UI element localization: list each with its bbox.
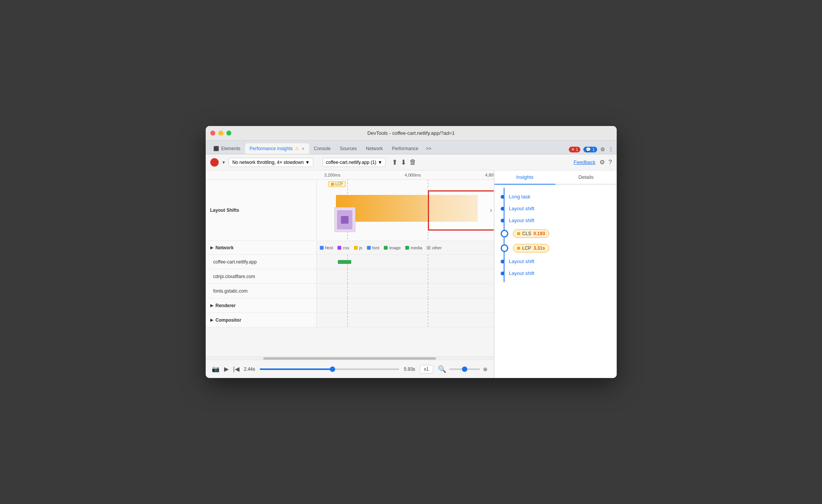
- more-options-icon[interactable]: ⋮: [608, 146, 614, 152]
- error-badge: ✕ 1: [569, 147, 580, 152]
- net-dline-2: [428, 255, 428, 269]
- insight-item-long-task: Long task: [495, 191, 617, 203]
- tab-elements-label: Elements: [221, 146, 241, 151]
- timeline-content[interactable]: Layout Shifts LCP: [206, 180, 494, 357]
- comp-dline-2: [428, 313, 428, 327]
- url-chevron-icon: ▼: [378, 160, 382, 165]
- play-button[interactable]: ▶: [224, 365, 229, 373]
- lcp-badge-insight: LCP 3.31s: [513, 244, 549, 252]
- expand-right-icon[interactable]: ›: [490, 207, 492, 214]
- zoom-slider[interactable]: [449, 368, 480, 370]
- toolbar: ▼ No network throttling, 4× slowdown ▼ c…: [206, 154, 617, 170]
- download-icon[interactable]: ⬇: [401, 158, 406, 167]
- insights-tabs: Insights Details: [495, 170, 617, 185]
- chevron-down-icon[interactable]: ▼: [222, 160, 226, 165]
- tab-network-label: Network: [366, 146, 383, 151]
- start-time: 2.44s: [244, 367, 255, 372]
- insight-item-layout-shift-3: Layout shift: [495, 255, 617, 267]
- network-item-row-2: cdnjs.cloudflare.com: [206, 269, 494, 284]
- url-select[interactable]: coffee-cart.netlify.app (1) ▼: [323, 158, 386, 167]
- media-color-dot: [405, 246, 409, 250]
- time-tick-3200: 3,200ms: [324, 173, 341, 177]
- rend-dline-1: [347, 298, 348, 313]
- insight-item-cls: CLS 0.193: [495, 226, 617, 241]
- record-button[interactable]: [210, 158, 219, 167]
- zoom-thumb[interactable]: [462, 367, 467, 372]
- zoom-in-icon[interactable]: ⊕: [483, 366, 488, 372]
- dot-lcp: [501, 244, 508, 252]
- dot-layout-shift-2: [501, 219, 504, 223]
- dot-layout-shift-4: [501, 272, 504, 275]
- link-layout-shift-4[interactable]: Layout shift: [509, 270, 535, 276]
- scrollbar-thumb-horizontal[interactable]: [263, 357, 436, 360]
- tab-console[interactable]: Console: [309, 143, 335, 154]
- network-expand-icon[interactable]: ▶: [210, 245, 213, 250]
- throttling-label: No network throttling, 4× slowdown: [232, 160, 303, 165]
- cls-label: CLS: [522, 231, 531, 236]
- tab-performance-insights[interactable]: Performance insights ⚠ ✕: [245, 143, 309, 154]
- renderer-label: ▶ Renderer: [206, 298, 317, 313]
- tab-sources[interactable]: Sources: [335, 143, 361, 154]
- layout-shifts-text: Layout Shifts: [210, 208, 239, 213]
- compositor-row: ▶ Compositor: [206, 313, 494, 327]
- settings-gear-icon[interactable]: ⚙: [599, 159, 605, 166]
- legend-media: media: [405, 245, 422, 250]
- close-tab-icon[interactable]: ✕: [301, 147, 305, 151]
- lcp-value: 3.31s: [534, 245, 545, 251]
- insights-content[interactable]: Long task Layout shift Layout shift: [495, 185, 617, 378]
- timeline-slider[interactable]: [260, 368, 399, 370]
- trash-icon[interactable]: 🗑: [409, 158, 416, 166]
- dot-long-task: [501, 195, 504, 199]
- insight-item-lcp: LCP 3.31s: [495, 241, 617, 255]
- minimize-button[interactable]: [218, 131, 223, 136]
- slider-thumb[interactable]: [330, 367, 335, 372]
- net-dline-3: [347, 269, 348, 283]
- link-layout-shift-1[interactable]: Layout shift: [509, 206, 535, 211]
- green-net-bar: [338, 260, 351, 264]
- renderer-expand-icon[interactable]: ▶: [210, 303, 213, 308]
- net-dline-6: [428, 284, 428, 298]
- speed-badge[interactable]: x1: [420, 365, 433, 373]
- zoom-out-icon[interactable]: 🔍: [438, 365, 446, 373]
- help-icon[interactable]: ?: [609, 159, 612, 166]
- to-start-button[interactable]: |◀: [233, 365, 239, 373]
- legend-font: font: [367, 245, 379, 250]
- network-item-label-3: fonts.gstatic.com: [206, 284, 317, 298]
- tab-bar-right: ✕ 1 💬 1 ⚙ ⋮: [569, 146, 613, 154]
- lcp-label: LCP: [522, 245, 531, 251]
- insight-item-layout-shift-1: Layout shift: [495, 203, 617, 214]
- tab-performance[interactable]: Performance: [387, 143, 423, 154]
- tab-elements-icon: ⬛: [213, 146, 219, 151]
- lcp-badge-dot: [517, 247, 520, 250]
- cls-badge-dot: [517, 232, 520, 235]
- tab-performance-label: Performance insights: [250, 146, 293, 151]
- more-tabs-button[interactable]: >>: [423, 143, 434, 154]
- time-ruler: 3,200ms 4,000ms 4,800ms: [206, 170, 494, 180]
- html-color-dot: [320, 246, 324, 250]
- renderer-text: Renderer: [216, 303, 236, 308]
- link-long-task[interactable]: Long task: [509, 194, 531, 200]
- tab-network[interactable]: Network: [361, 143, 387, 154]
- feedback-link[interactable]: Feedback: [574, 159, 596, 165]
- lcp-badge: LCP: [328, 181, 346, 187]
- tab-details[interactable]: Details: [555, 170, 617, 184]
- throttling-select[interactable]: No network throttling, 4× slowdown ▼: [229, 158, 313, 167]
- compositor-expand-icon[interactable]: ▶: [210, 318, 213, 322]
- tab-elements[interactable]: ⬛ Elements: [209, 143, 245, 154]
- maximize-button[interactable]: [226, 131, 231, 136]
- dot-layout-shift-3: [501, 260, 504, 263]
- net-dline-5: [347, 284, 348, 298]
- upload-icon[interactable]: ⬆: [392, 158, 398, 167]
- link-layout-shift-3[interactable]: Layout shift: [509, 259, 535, 264]
- other-color-dot: [427, 246, 431, 250]
- link-layout-shift-2[interactable]: Layout shift: [509, 218, 535, 223]
- network-item-label-2: cdnjs.cloudflare.com: [206, 269, 317, 283]
- screenshot-button[interactable]: 📷: [212, 365, 219, 373]
- close-button[interactable]: [210, 131, 215, 136]
- settings-icon[interactable]: ⚙: [600, 146, 605, 152]
- network-item-chart-3: [317, 284, 494, 298]
- tab-insights[interactable]: Insights: [495, 170, 556, 185]
- network-item-row-1: coffee-cart.netlify.app: [206, 255, 494, 269]
- network-item-label-1: coffee-cart.netlify.app: [206, 255, 317, 269]
- horizontal-scrollbar[interactable]: [206, 357, 494, 360]
